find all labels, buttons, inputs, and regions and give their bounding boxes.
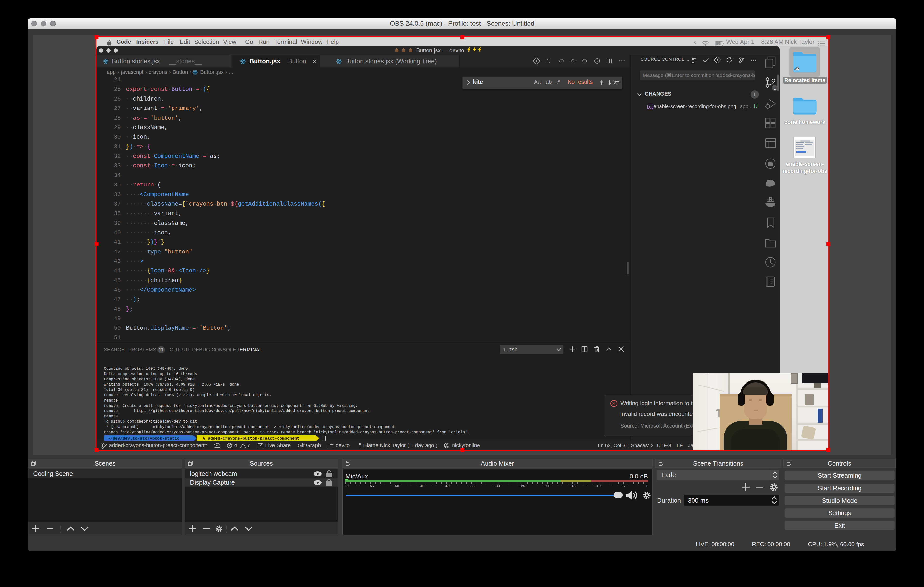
svg-text:1: 1 [774,86,776,91]
